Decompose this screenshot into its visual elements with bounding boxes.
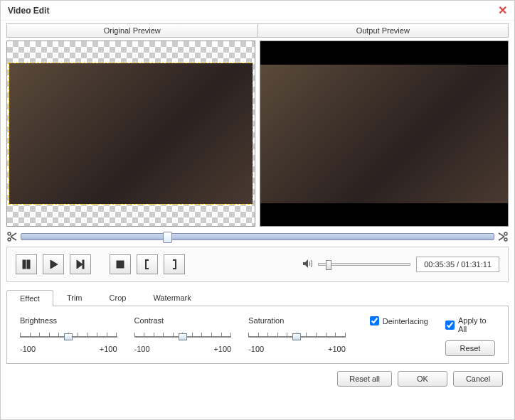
tab-trim[interactable]: Trim (53, 289, 96, 306)
next-frame-button[interactable] (70, 254, 91, 274)
deinterlacing-checkbox[interactable]: Deinterlacing (370, 316, 428, 325)
preview-headers: Original Preview Output Preview (6, 23, 509, 38)
tab-effect[interactable]: Effect (6, 290, 53, 306)
brightness-label: Brightness (20, 316, 117, 325)
tab-crop[interactable]: Crop (96, 289, 140, 306)
apply-to-all-checkbox[interactable]: Apply to All (445, 316, 495, 333)
titlebar: Video Edit ✕ (1, 1, 514, 21)
timeline-thumb[interactable] (163, 232, 172, 243)
svg-rect-0 (23, 260, 26, 269)
svg-rect-5 (117, 261, 124, 268)
video-frame-original (9, 63, 253, 204)
original-preview[interactable] (6, 41, 255, 227)
ok-button[interactable]: OK (398, 371, 447, 387)
contrast-label: Contrast (134, 316, 232, 325)
volume-slider[interactable] (318, 263, 410, 266)
scissors-right-icon[interactable] (497, 231, 509, 242)
video-frame-output (260, 65, 508, 203)
svg-rect-1 (27, 260, 30, 269)
tabs: Effect Trim Crop Watermark (6, 289, 509, 306)
playback-controls: 00:35:35 / 01:31:11 (6, 247, 509, 282)
cancel-button[interactable]: Cancel (453, 371, 503, 387)
tab-watermark[interactable]: Watermark (139, 289, 204, 306)
brightness-thumb[interactable] (64, 333, 73, 340)
timeline-slider[interactable] (21, 233, 494, 240)
contrast-control: Contrast -100+100 (134, 316, 232, 353)
reset-all-button[interactable]: Reset all (337, 371, 392, 387)
saturation-label: Saturation (248, 316, 346, 325)
close-icon[interactable]: ✕ (498, 4, 507, 17)
original-preview-header: Original Preview (7, 24, 258, 37)
bracket-end-button[interactable] (164, 254, 185, 274)
saturation-thumb[interactable] (292, 333, 301, 340)
volume-icon[interactable] (302, 258, 314, 271)
svg-marker-3 (77, 260, 83, 269)
pause-button[interactable] (16, 254, 37, 274)
contrast-slider[interactable] (134, 329, 232, 342)
saturation-slider[interactable] (248, 329, 346, 342)
bracket-start-button[interactable] (137, 254, 158, 274)
output-preview (260, 41, 509, 227)
crop-region[interactable] (9, 63, 253, 205)
scissors-left-icon[interactable] (6, 231, 18, 242)
stop-button[interactable] (110, 254, 131, 274)
svg-marker-2 (51, 260, 58, 269)
svg-marker-6 (303, 259, 308, 268)
effect-panel: Brightness -100+100 Contrast -100+100 Sa… (6, 306, 509, 364)
reset-button[interactable]: Reset (445, 340, 495, 356)
footer-buttons: Reset all OK Cancel (6, 364, 509, 394)
contrast-thumb[interactable] (179, 333, 187, 340)
time-display: 00:35:35 / 01:31:11 (416, 257, 499, 272)
output-preview-header: Output Preview (258, 24, 509, 37)
brightness-control: Brightness -100+100 (20, 316, 117, 353)
brightness-slider[interactable] (20, 329, 117, 342)
svg-rect-4 (83, 260, 84, 269)
saturation-control: Saturation -100+100 (248, 316, 346, 353)
play-button[interactable] (43, 254, 64, 274)
window-title: Video Edit (8, 6, 498, 16)
volume-thumb[interactable] (326, 260, 331, 270)
